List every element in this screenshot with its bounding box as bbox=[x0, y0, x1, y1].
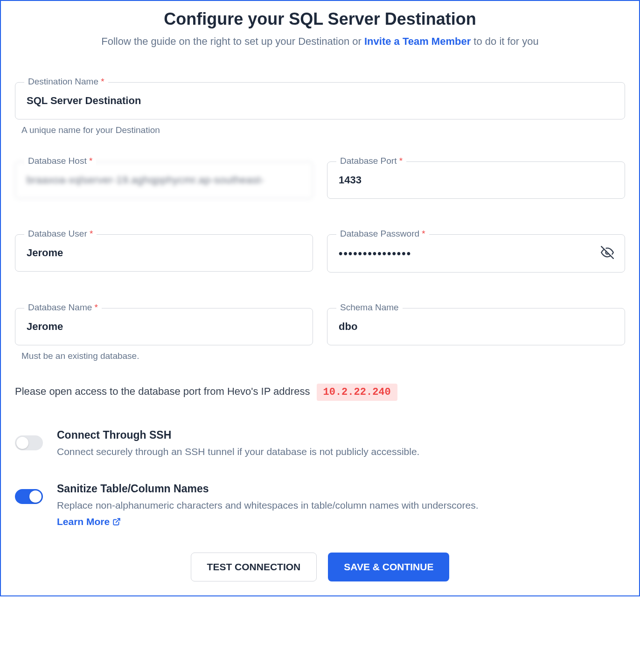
database-port-label: Database Port * bbox=[336, 156, 406, 166]
test-connection-button[interactable]: TEST CONNECTION bbox=[191, 553, 317, 581]
destination-name-label: Destination Name * bbox=[24, 77, 108, 87]
database-password-field: Database Password * bbox=[327, 234, 625, 273]
toggle-knob bbox=[29, 490, 42, 503]
required-marker: * bbox=[419, 229, 425, 238]
database-user-input[interactable] bbox=[15, 234, 313, 272]
database-port-field: Database Port * bbox=[327, 161, 625, 199]
schema-name-label: Schema Name bbox=[336, 302, 403, 313]
sanitize-toggle-content: Sanitize Table/Column Names Replace non-… bbox=[57, 483, 625, 529]
page-subtitle: Follow the guide on the right to set up … bbox=[15, 35, 625, 48]
ssh-toggle-row: Connect Through SSH Connect securely thr… bbox=[15, 429, 625, 459]
sanitize-toggle-row: Sanitize Table/Column Names Replace non-… bbox=[15, 483, 625, 529]
svg-line-1 bbox=[116, 518, 120, 522]
ssh-toggle[interactable] bbox=[15, 435, 43, 450]
save-continue-button[interactable]: SAVE & CONTINUE bbox=[328, 553, 449, 581]
database-name-hint: Must be an existing database. bbox=[21, 351, 313, 361]
database-password-input[interactable] bbox=[327, 234, 625, 273]
required-marker: * bbox=[87, 156, 93, 166]
schema-name-input[interactable] bbox=[327, 308, 625, 345]
action-buttons: TEST CONNECTION SAVE & CONTINUE bbox=[15, 553, 625, 581]
database-port-input[interactable] bbox=[327, 161, 625, 199]
external-link-icon bbox=[112, 518, 121, 526]
ssh-toggle-content: Connect Through SSH Connect securely thr… bbox=[57, 429, 625, 459]
database-host-field: Database Host * bbox=[15, 161, 313, 199]
config-form-container: Configure your SQL Server Destination Fo… bbox=[0, 0, 640, 596]
database-password-label: Database Password * bbox=[336, 229, 429, 239]
required-marker: * bbox=[87, 229, 93, 238]
sanitize-toggle[interactable] bbox=[15, 489, 43, 504]
database-name-field: Database Name * bbox=[15, 308, 313, 345]
subtitle-suffix: to do it for you bbox=[471, 35, 539, 47]
required-marker: * bbox=[397, 156, 403, 166]
database-name-input[interactable] bbox=[15, 308, 313, 345]
destination-name-hint: A unique name for your Destination bbox=[21, 125, 625, 135]
destination-name-input[interactable] bbox=[15, 82, 625, 119]
schema-name-field: Schema Name bbox=[327, 308, 625, 345]
required-marker: * bbox=[98, 77, 104, 86]
sanitize-toggle-desc: Replace non-alphanumeric characters and … bbox=[57, 498, 625, 529]
toggle-knob bbox=[16, 437, 28, 449]
page-title: Configure your SQL Server Destination bbox=[15, 9, 625, 29]
database-name-label: Database Name * bbox=[24, 302, 102, 313]
invite-team-link[interactable]: Invite a Team Member bbox=[364, 35, 471, 47]
subtitle-prefix: Follow the guide on the right to set up … bbox=[101, 35, 364, 47]
form-header: Configure your SQL Server Destination Fo… bbox=[15, 9, 625, 48]
ssh-toggle-title: Connect Through SSH bbox=[57, 429, 625, 441]
ip-access-notice: Please open access to the database port … bbox=[15, 384, 625, 401]
database-user-label: Database User * bbox=[24, 229, 97, 239]
eye-off-icon[interactable] bbox=[601, 246, 614, 261]
ip-notice-text: Please open access to the database port … bbox=[15, 385, 310, 397]
ip-address-badge: 10.2.22.240 bbox=[317, 384, 397, 401]
database-user-field: Database User * bbox=[15, 234, 313, 272]
required-marker: * bbox=[92, 302, 98, 312]
ssh-toggle-desc: Connect securely through an SSH tunnel i… bbox=[57, 444, 625, 459]
sanitize-toggle-title: Sanitize Table/Column Names bbox=[57, 483, 625, 495]
learn-more-link[interactable]: Learn More bbox=[57, 514, 121, 529]
database-host-input[interactable] bbox=[15, 161, 313, 199]
destination-name-field: Destination Name * bbox=[15, 82, 625, 119]
database-host-label: Database Host * bbox=[24, 156, 96, 166]
